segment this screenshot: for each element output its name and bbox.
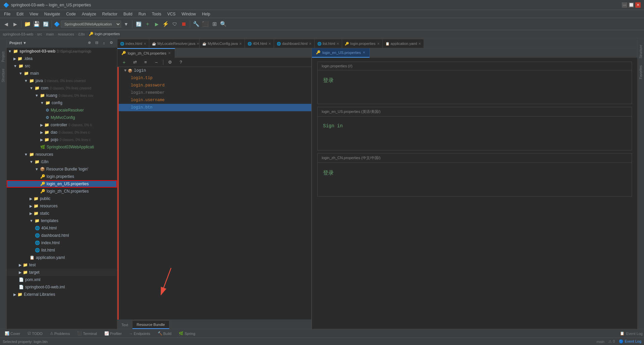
tab-list[interactable]: 🌐 list.html ✕ xyxy=(315,39,342,48)
toolbar-terminal-btn[interactable]: ⬛ xyxy=(201,20,209,28)
prop-login-username[interactable]: login.username xyxy=(117,96,311,104)
prop-login-btn[interactable]: login.btn xyxy=(117,104,311,111)
tree-item-pom[interactable]: 📄 pom.xml xyxy=(7,276,117,283)
menu-refactor[interactable]: Refactor xyxy=(100,11,120,17)
tab-index-html[interactable]: 🌐 index.html ✕ xyxy=(117,39,149,48)
tree-item-list[interactable]: 🌐 list.html xyxy=(7,247,117,254)
tree-item-src[interactable]: ▼ 📁 src xyxy=(7,62,117,70)
list-tab-close[interactable]: ✕ xyxy=(336,42,339,46)
toolbar-stop-btn[interactable]: ⏹ xyxy=(180,20,188,28)
tab-dashboard[interactable]: 🌐 dashboard.html ✕ xyxy=(274,39,315,48)
prop-group-login[interactable]: ▼ 📦 login xyxy=(117,67,311,74)
tree-item-resources-main[interactable]: ▼ 📁 resources xyxy=(7,151,117,158)
prop-add-btn[interactable]: + xyxy=(120,58,128,66)
toolbar-search-btn[interactable]: 🔍 xyxy=(219,20,227,28)
toolbar-back-btn[interactable]: ◀ xyxy=(2,20,10,28)
tree-item-pojo[interactable]: ▶ 📁 pojo 0 classes, 0% lines c xyxy=(7,136,117,143)
tree-item-templates[interactable]: ▼ 📁 templates xyxy=(7,217,117,224)
menu-window[interactable]: Window xyxy=(179,11,199,17)
sidebar-collapse-btn[interactable]: ⊟ xyxy=(94,40,100,46)
run-config-combo[interactable]: Springboot03WebApplication xyxy=(61,20,121,28)
tree-item-springboot-app[interactable]: 🌿 Springboot03WebApplicati xyxy=(7,143,117,151)
left-tab-text[interactable]: Text xyxy=(117,321,132,329)
breadcrumb-resources[interactable]: resources xyxy=(58,32,74,36)
prop-sort-btn[interactable]: ⇄ xyxy=(131,58,139,66)
prop-login-remember[interactable]: login.remember xyxy=(117,89,311,96)
menu-build[interactable]: Build xyxy=(121,11,135,17)
prop-list-btn[interactable]: ≡ xyxy=(142,58,150,66)
toolbar-add-btn[interactable]: + xyxy=(144,20,152,28)
prop-collapse-btn[interactable]: – xyxy=(152,58,160,66)
toolbar-save-btn[interactable]: 💾 xyxy=(33,20,41,28)
tree-item-mymvcconfig[interactable]: ⚙ MyMvcConfig xyxy=(7,114,117,121)
left-tool-structure[interactable]: Structure xyxy=(1,69,5,82)
dash-tab-close[interactable]: ✕ xyxy=(309,42,312,46)
tree-item-static[interactable]: ▶ 📁 static xyxy=(7,210,117,217)
right-active-tab[interactable]: 🔑 login_en_US.properties ✕ xyxy=(312,48,370,58)
right-tool-structure[interactable]: Structure xyxy=(639,45,643,59)
tree-item-test[interactable]: ▶ 📁 test xyxy=(7,261,117,269)
tree-item-mylocaleresolver[interactable]: ⚙ MyLocaleResolver xyxy=(7,107,117,114)
tree-item-login-props[interactable]: 🔑 login.properties xyxy=(7,173,117,180)
bottom-tab-build[interactable]: 🔨 Build xyxy=(154,330,175,337)
breadcrumb-src[interactable]: src xyxy=(37,32,42,36)
menu-file[interactable]: File xyxy=(1,11,13,17)
mylocale-tab-close[interactable]: ✕ xyxy=(197,42,199,46)
tree-item-index[interactable]: 🌐 index.html xyxy=(7,239,117,247)
breadcrumb-i18n[interactable]: i18n xyxy=(78,32,85,36)
breadcrumb-file[interactable]: 🔑 login.properties xyxy=(89,32,120,36)
toolbar-git-btn[interactable]: 🔧 xyxy=(192,20,200,28)
bottom-tab-problems[interactable]: ⚠ Problems xyxy=(47,330,73,337)
minimize-button[interactable]: — xyxy=(622,2,627,8)
menu-help[interactable]: Help xyxy=(199,11,213,17)
toolbar-forward-btn[interactable]: ▶ xyxy=(11,20,19,28)
prop-help-btn[interactable]: ? xyxy=(177,58,185,66)
tree-item-java[interactable]: ▼ 📁 java 0 classes, 0% lines covered xyxy=(7,77,117,84)
menu-run[interactable]: Run xyxy=(136,11,149,17)
event-log-label[interactable]: Event Log xyxy=(626,332,643,336)
tab-404[interactable]: 🌐 404.html ✕ xyxy=(245,39,274,48)
bottom-tab-todo[interactable]: ☑ TODO xyxy=(24,330,46,337)
maximize-button[interactable]: ⬜ xyxy=(629,2,634,8)
run-dropdown-btn[interactable]: ▼ xyxy=(122,20,130,28)
sidebar-settings-btn[interactable]: ⚙ xyxy=(108,40,114,46)
toolbar-coverage-btn[interactable]: 🛡 xyxy=(171,20,179,28)
menu-vcs[interactable]: VCS xyxy=(165,11,178,17)
breadcrumb-project[interactable]: springboot-03-web xyxy=(3,32,33,36)
left-tab-resource-bundle[interactable]: Resource Bundle xyxy=(132,321,169,329)
tree-item-dao[interactable]: ▶ 📁 dao 0 classes, 0% lines c xyxy=(7,129,117,136)
left-tool-project[interactable]: Project xyxy=(1,52,5,62)
tree-item-kuang[interactable]: ▼ 📁 kuang 0 classes, 0% lines cov xyxy=(7,92,117,99)
tree-item-i18n[interactable]: ▼ 📁 i18n xyxy=(7,158,117,165)
tree-item-resources2[interactable]: ▶ 📁 resources xyxy=(7,202,117,210)
bottom-tab-profiler[interactable]: 📈 Profiler xyxy=(101,330,125,337)
tree-item-public[interactable]: ▶ 📁 public xyxy=(7,195,117,202)
tree-item-com[interactable]: ▼ 📁 com 0 classes, 0% lines covered xyxy=(7,84,117,92)
tree-item-bundle[interactable]: ▼ 📦 Resource Bundle 'login' xyxy=(7,165,117,173)
tab-appyaml[interactable]: 📋 application.yaml ✕ xyxy=(383,39,424,48)
yaml-tab-close[interactable]: ✕ xyxy=(418,42,421,46)
bottom-tab-terminal[interactable]: ⬛ Terminal xyxy=(74,330,100,337)
menu-edit[interactable]: Edit xyxy=(14,11,26,17)
tab-mymvc[interactable]: ☕ MyMvcConfig.java ✕ xyxy=(200,39,245,48)
toolbar-refresh-btn[interactable]: 🔄 xyxy=(42,20,50,28)
bottom-tab-spring[interactable]: 🌿 Spring xyxy=(175,330,199,337)
sidebar-locate-btn[interactable]: ⊕ xyxy=(86,40,92,46)
right-tab-close-btn[interactable]: ✕ xyxy=(363,51,365,54)
bottom-tab-cover[interactable]: 📊 Cover xyxy=(1,330,23,337)
tab-mylocale[interactable]: ☕ MyLocaleResolver.java ✕ xyxy=(149,39,200,48)
tree-item-controller[interactable]: ▶ 📁 controller 0 classes, 0% li xyxy=(7,121,117,129)
toolbar-sync-btn[interactable]: 🔄 xyxy=(135,20,143,28)
tree-item-ext-libs[interactable]: ▶ 📁 External Libraries xyxy=(7,291,117,298)
tree-item-login-zh[interactable]: 🔑 login_zh_CN.properties xyxy=(7,188,117,195)
toolbar-debug-btn[interactable]: ▶ xyxy=(153,20,161,28)
tab-login-props[interactable]: 🔑 login.properties ✕ xyxy=(342,39,382,48)
menu-navigate[interactable]: Navigate xyxy=(42,11,63,17)
toolbar-layout-btn[interactable]: ⊞ xyxy=(210,20,218,28)
tree-item-iml[interactable]: 📄 springboot-03-web.iml xyxy=(7,283,117,291)
tree-item-404[interactable]: 🌐 404.html xyxy=(7,224,117,232)
404-tab-close[interactable]: ✕ xyxy=(268,42,271,46)
menu-tools[interactable]: Tools xyxy=(149,11,164,17)
tree-item-root[interactable]: ▼ 📁 springboot-03-web D:\SpringLearn\spr… xyxy=(7,48,117,55)
bottom-tab-endpoints[interactable]: → Endpoints xyxy=(126,330,154,337)
